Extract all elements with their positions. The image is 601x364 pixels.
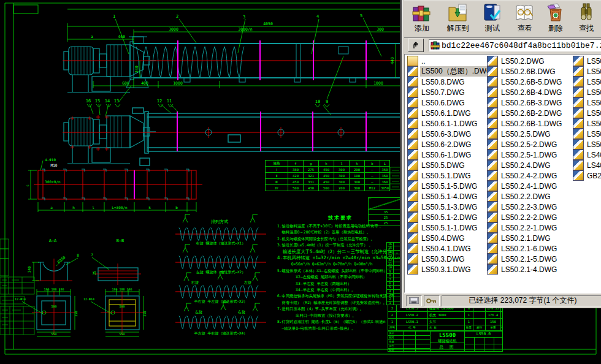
file-item[interactable]: LS50.7.DWG <box>407 87 487 97</box>
file-item[interactable]: LS50.2.5.DWG <box>487 129 567 139</box>
add-archive-icon <box>412 2 432 23</box>
file-item[interactable]: LS50.6.1-1.DWG <box>407 118 487 129</box>
file-item[interactable]: LS50.2.4-2.DWG <box>487 170 567 181</box>
file-icon <box>407 264 418 275</box>
file-item[interactable]: LS50.2. <box>573 56 601 66</box>
file-item[interactable]: LS50.5.1.DWG <box>407 170 487 181</box>
file-name: LS50.2.6B-3.DWG <box>500 99 563 107</box>
file-item[interactable]: LS50.5.1-1.DWG <box>407 222 487 233</box>
file-item[interactable]: LS50.2.6B-2.DWG <box>487 108 567 118</box>
file-item[interactable]: LS50.2.4.DWG <box>487 160 567 170</box>
signature-row: 设计 <box>388 332 430 336</box>
file-icon <box>573 139 584 150</box>
file-item[interactable]: LS50.2. <box>573 66 601 77</box>
file-item[interactable]: LS40.2. <box>573 160 601 170</box>
file-item[interactable]: LS50.6-2.DWG <box>407 139 487 150</box>
svg-text:k: k <box>148 205 151 210</box>
file-item[interactable]: LS50.1. <box>573 97 601 108</box>
file-name: LS50.1. <box>586 119 601 128</box>
test-button[interactable]: 测试 <box>477 1 508 37</box>
file-item[interactable]: LS50.5.1-5.DWG <box>407 181 487 191</box>
file-item[interactable]: LS50.2.1.DWG <box>487 233 567 243</box>
file-item[interactable]: LS50.3.DWG <box>407 254 487 264</box>
mini-row: 35 <box>369 210 404 215</box>
add-button[interactable]: 添加 <box>404 1 440 37</box>
file-item[interactable]: LS50.6.1.DWG <box>407 108 487 118</box>
up-one-level-button[interactable] <box>408 39 424 52</box>
signature-grid: 设计校对审核工艺批准 <box>388 332 431 351</box>
delete-button[interactable]: 删除 <box>542 1 570 37</box>
up-arrow-icon <box>412 41 420 50</box>
file-item[interactable]: LS50.2.6B-3.DWG <box>487 97 567 108</box>
note-line: 5.螺旋体形式（本体）X1—右旋螺旋 头部出料（不带中间卸料） <box>277 268 404 274</box>
svg-text:550: 550 <box>119 332 124 336</box>
file-item[interactable]: LS50.2.DWG <box>487 56 567 66</box>
file-icon <box>487 191 498 202</box>
notes-lines: 1.输送物料温度（不高于+30℃）时按表选用电动机M2功率， 物料温度0～200… <box>277 223 404 332</box>
svg-text:排列方式: 排列方式 <box>211 219 228 224</box>
file-item[interactable]: LS50.1. <box>573 87 601 97</box>
address-bar[interactable]: bd1c22ee467c6048df4a8bc11bb01be7.zip\LS5… <box>429 39 601 51</box>
svg-text:1: 1 <box>113 14 115 19</box>
svg-text:4-Φ10: 4-Φ10 <box>45 157 56 162</box>
file-item[interactable]: LS50.6-1.DWG <box>407 150 487 160</box>
find-button[interactable]: 查找 <box>570 1 601 37</box>
file-item[interactable]: LS50.2.5-2.DWG <box>487 139 567 150</box>
parts-index-column: 16151413121110987654321 <box>386 242 404 305</box>
file-icon <box>487 108 498 118</box>
file-icon <box>573 66 584 77</box>
file-item[interactable]: LS50.2.2.DWG <box>487 191 567 202</box>
file-name: LS50.2.2-2.DWG <box>500 213 558 222</box>
file-name: LS50.6.1-1.DWG <box>420 119 478 128</box>
file-item[interactable]: LS50.1. <box>573 118 601 129</box>
file-item[interactable]: LS50.2.4-1.DWG <box>487 181 567 191</box>
winrar-window: 添加 解压到 测试 <box>402 0 601 308</box>
svg-text:186 186 186: 186 186 186 <box>112 287 132 291</box>
view-button[interactable]: 查看 <box>508 1 542 37</box>
file-item[interactable]: LS50.2.2-1.DWG <box>487 222 567 233</box>
file-item[interactable]: LS50.5.1-4.DWG <box>407 191 487 202</box>
file-name: LS50.2.6B.DWG <box>500 67 557 76</box>
file-item[interactable]: LS50.5.1-3.DWG <box>407 202 487 212</box>
file-icon <box>487 181 498 191</box>
file-item[interactable]: LS50.4.1.DWG <box>407 243 487 254</box>
drawing-model: LS500 <box>439 332 456 338</box>
file-item[interactable]: LS50.2.6B-5.DWG <box>487 77 567 87</box>
file-item[interactable]: .. <box>407 56 487 66</box>
file-item[interactable]: LS50.2.2-3.DWG <box>487 202 567 212</box>
file-item[interactable]: GB27-88 <box>573 170 601 181</box>
file-item[interactable]: LS40.2. <box>573 150 601 160</box>
svg-text:h: h <box>72 205 75 210</box>
file-item[interactable]: LS50.2.1-5.DWG <box>487 254 567 264</box>
file-item[interactable]: LS50.2.5-1.DWG <box>487 150 567 160</box>
file-item[interactable]: LS50.6-3.DWG <box>407 129 487 139</box>
svg-text:550: 550 <box>51 332 56 336</box>
svg-text:1000: 1000 <box>173 81 183 86</box>
file-item[interactable]: LS50.1. <box>573 139 601 150</box>
extract-to-button[interactable]: 解压到 <box>440 1 477 37</box>
file-item[interactable]: LS50.2.2-2.DWG <box>487 212 567 222</box>
file-name: LS50.6-2.DWG <box>420 140 472 149</box>
file-item[interactable]: LS500（总图）.DWG <box>407 66 487 77</box>
file-item[interactable]: LS50.2.6B-1.DWG <box>487 118 567 129</box>
file-item[interactable]: LS50.4.DWG <box>407 233 487 243</box>
file-item[interactable]: LS50.2.6B.DWG <box>487 66 567 77</box>
file-item[interactable]: LS50.1. <box>573 129 601 139</box>
extract-label: 解压到 <box>447 23 469 34</box>
svg-text:右旋: 右旋 <box>237 309 245 314</box>
file-item[interactable]: LS50.2.1-4.DWG <box>487 264 567 275</box>
file-item[interactable]: LS50.2.1-6.DWG <box>487 243 567 254</box>
file-item[interactable]: LS50.8.DWG <box>407 77 487 87</box>
file-item[interactable]: LS50.3.1.DWG <box>407 264 487 275</box>
file-item[interactable]: LS50.5.DWG <box>407 160 487 170</box>
file-name: LS50.1. <box>586 130 601 138</box>
signature-row: 校对 <box>388 336 430 340</box>
file-icon <box>487 254 498 264</box>
file-item[interactable]: LS50.1. <box>573 108 601 118</box>
file-item[interactable]: LS50.5.1-2.DWG <box>407 212 487 222</box>
file-icon <box>407 129 418 139</box>
file-icon <box>407 233 418 243</box>
file-item[interactable]: LS50.6.DWG <box>407 97 487 108</box>
file-item[interactable]: LS50.2. <box>573 77 601 87</box>
file-item[interactable]: LS50.2.6B-4.DWG <box>487 87 567 97</box>
